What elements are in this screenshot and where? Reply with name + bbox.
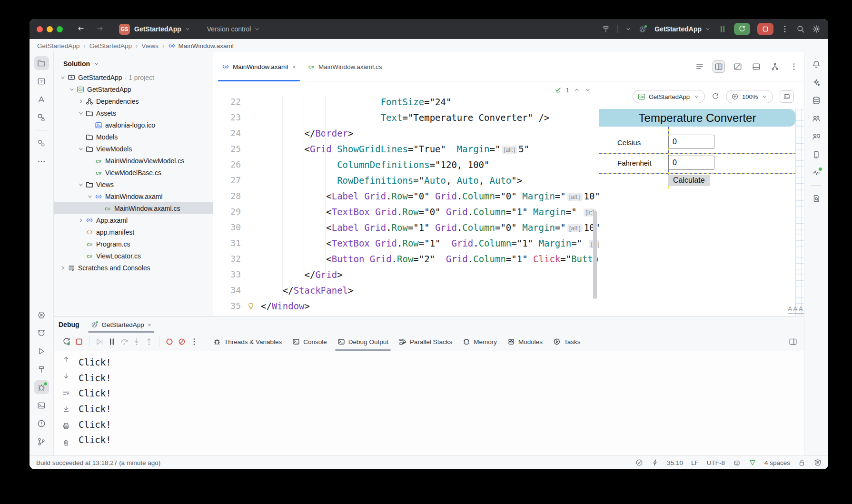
debug-tab-tasks[interactable]: Tasks	[548, 333, 586, 351]
ai-assistant-icon[interactable]	[809, 75, 824, 89]
debug-tab-console[interactable]: Console	[287, 333, 332, 351]
more-actions-icon[interactable]	[781, 25, 789, 33]
build-icon[interactable]	[602, 25, 610, 33]
project-tool-icon[interactable]	[34, 56, 49, 70]
tab-mainwindow-axaml[interactable]: MainWindow.axaml×	[216, 52, 302, 81]
indent-style[interactable]: 4 spaces	[764, 459, 790, 466]
tree-chevron-icon[interactable]	[68, 86, 76, 93]
code-editor[interactable]: 22 FontSize="24"23 Text="Temperature Con…	[213, 81, 599, 316]
stop-icon[interactable]	[73, 333, 85, 351]
collaboration-tool-icon[interactable]	[809, 111, 824, 125]
debug-tab-modules[interactable]: Modules	[502, 333, 548, 351]
tab-list-kebab-icon[interactable]	[790, 62, 798, 71]
debug-tab-memory[interactable]: Memory	[457, 333, 502, 351]
chevron-down-icon[interactable]	[93, 60, 100, 67]
terminal-tool-icon[interactable]	[34, 398, 49, 412]
scroll-to-end-icon[interactable]	[62, 405, 70, 415]
device-manager-icon[interactable]	[809, 148, 824, 161]
editor-scrollbar[interactable]	[593, 211, 597, 299]
documentation-tool-icon[interactable]	[809, 191, 824, 205]
breadcrumb-item[interactable]: Views	[141, 42, 159, 49]
step-over-icon[interactable]	[118, 333, 130, 351]
notifications-icon[interactable]	[809, 57, 824, 71]
prev-problem-icon[interactable]	[574, 87, 580, 93]
tree-chevron-icon[interactable]	[77, 109, 85, 117]
rerun-debug-icon[interactable]	[60, 333, 73, 351]
tree-item-getstartedapp[interactable]: GetStartedApp	[54, 83, 213, 95]
debug-output-console[interactable]: Click!Click!Click!Click!Click!Click!	[79, 351, 804, 455]
hide-preview-icon[interactable]	[732, 61, 743, 72]
repository-help-icon[interactable]	[34, 74, 49, 88]
forward-icon[interactable]	[96, 25, 105, 33]
tree-item-assets[interactable]: Assets	[54, 107, 213, 119]
refresh-preview-icon[interactable]	[712, 93, 719, 100]
pause-icon[interactable]	[106, 333, 118, 351]
tree-item-dependencies[interactable]: Dependencies	[54, 95, 213, 107]
copilot-icon[interactable]	[733, 459, 741, 466]
mute-breakpoints-icon[interactable]	[163, 333, 176, 351]
debug-session-tab[interactable]: GetStartedApp ×	[89, 316, 153, 333]
run-tool-icon[interactable]	[34, 344, 49, 358]
split-bottom-icon[interactable]	[751, 61, 762, 72]
code-line[interactable]: 23 Text="Temperature Converter" />	[213, 109, 599, 125]
tree-chevron-icon[interactable]	[77, 181, 85, 188]
search-everywhere-icon[interactable]	[796, 25, 805, 33]
step-into-icon[interactable]	[130, 333, 143, 351]
minimize-window-button[interactable]	[47, 26, 53, 32]
file-encoding[interactable]: UTF-8	[707, 459, 725, 466]
code-with-me-icon[interactable]	[809, 129, 824, 143]
problems-tool-icon[interactable]	[34, 416, 49, 430]
tree-item-avalonia-logo-ico[interactable]: avalonia-logo.ico	[54, 119, 213, 131]
project-switcher[interactable]: GetStartedApp	[134, 25, 191, 33]
scroll-up-icon[interactable]	[62, 356, 70, 365]
tree-chevron-icon[interactable]	[59, 74, 67, 81]
next-problem-icon[interactable]	[585, 87, 591, 93]
fahrenheit-input[interactable]: 0	[668, 156, 714, 170]
structure-tool-icon[interactable]	[34, 110, 49, 124]
tree-item-mainwindow-axaml[interactable]: MainWindow.axaml	[54, 190, 213, 202]
run-widget-chevron-icon[interactable]	[625, 26, 632, 32]
tree-item-app-axaml[interactable]: App.axaml	[54, 214, 213, 226]
remove-breakpoints-icon[interactable]	[176, 333, 188, 351]
code-line[interactable]: 34 </StackPanel>	[213, 282, 599, 298]
resume-icon[interactable]	[93, 333, 106, 351]
debug-tool-icon[interactable]	[34, 380, 49, 394]
vcs-widget[interactable]: Version control	[207, 25, 261, 33]
line-separator[interactable]: LF	[691, 459, 699, 466]
run-config-selector[interactable]: GetStartedApp	[654, 25, 711, 33]
calculate-button[interactable]: Calculate	[668, 175, 710, 186]
profiler-tool-icon[interactable]	[34, 326, 49, 340]
tree-item-views[interactable]: Views	[54, 178, 213, 190]
tab-mainwindow-axaml-cs[interactable]: MainWindow.axaml.cs	[302, 52, 388, 81]
highlighting-level-icon[interactable]	[749, 459, 756, 466]
build-tool-icon[interactable]	[34, 362, 49, 376]
previewer-terminal-button[interactable]	[780, 90, 794, 103]
privacy-shield-icon[interactable]	[814, 459, 822, 466]
database-tool-icon[interactable]	[809, 93, 824, 107]
tree-item-viewlocator-cs[interactable]: ViewLocator.cs	[54, 250, 213, 262]
no-problems-icon[interactable]	[635, 459, 643, 466]
close-window-button[interactable]	[37, 26, 43, 32]
tree-item-getstartedapp[interactable]: GetStartedApp · 1 project	[54, 71, 213, 83]
split-preview-icon[interactable]	[713, 60, 725, 73]
tree-item-viewmodelbase-cs[interactable]: ViewModelBase.cs	[54, 167, 213, 178]
clear-output-icon[interactable]	[62, 439, 70, 448]
status-message[interactable]: Build succeeded at 13:18:27 (a minute ag…	[36, 459, 160, 466]
print-output-icon[interactable]	[62, 422, 70, 432]
code-line[interactable]: 22 FontSize="24"	[213, 94, 599, 109]
scroll-down-icon[interactable]	[62, 372, 70, 382]
restart-debug-button[interactable]	[734, 23, 750, 35]
breadcrumb-item[interactable]: GetStartedApp	[37, 42, 79, 49]
code-line[interactable]: 31 <TextBox Grid.Row="1" Grid.Column="1"…	[213, 235, 599, 251]
soft-wrap-icon[interactable]	[62, 389, 70, 398]
tree-item-program-cs[interactable]: Program.cs	[54, 238, 213, 250]
code-line[interactable]: 26 ColumnDefinitions="120, 100"	[213, 157, 599, 172]
code-line[interactable]: 30 <Label Grid.Row="1" Grid.Column="0" M…	[213, 219, 599, 235]
debug-tab-debug-output[interactable]: Debug Output	[332, 333, 394, 351]
monitoring-tool-icon[interactable]	[809, 166, 824, 179]
editor-structure-icon[interactable]	[694, 61, 705, 72]
debug-tab-threads-variables[interactable]: Threads & Variables	[208, 333, 287, 351]
close-session-icon[interactable]: ×	[148, 321, 151, 328]
azure-tool-icon[interactable]	[34, 92, 49, 106]
breadcrumb-item[interactable]: GetStartedApp	[89, 42, 132, 49]
